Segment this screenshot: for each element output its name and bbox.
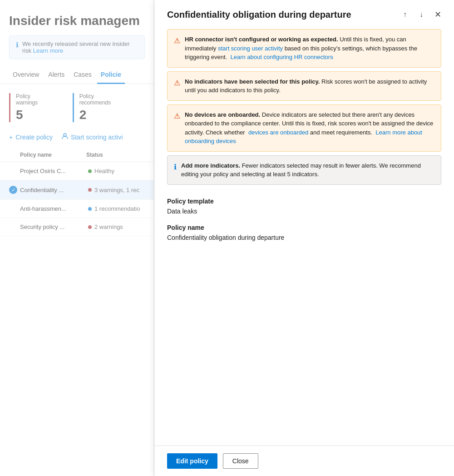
alert-title-3: No devices are onboarded. (185, 111, 260, 118)
row-status-3: 1 recommendatio (88, 205, 145, 212)
action-bar: + Create policy Start scoring activi (0, 129, 154, 148)
policy-name-value: Confidentiality obligation during depart… (167, 234, 441, 241)
stat-recommendations-label: Policy recommends (79, 93, 123, 106)
stats-row: Policy warnings 5 Policy recommends 2 (0, 84, 154, 129)
check-circle-icon: ✓ (9, 186, 17, 194)
create-policy-button[interactable]: + Create policy (9, 133, 53, 141)
column-policy-name: Policy name (9, 152, 86, 158)
policy-template-value: Data leaks (167, 208, 441, 215)
table-row[interactable]: Project Osiris C... Healthy (0, 162, 154, 180)
row-name-3: Anti-harassmen... (20, 205, 88, 212)
stat-policy-recommendations: Policy recommends 2 (73, 93, 134, 122)
info-icon-1: ℹ (174, 162, 177, 173)
start-scoring-button[interactable]: Start scoring activi (62, 133, 123, 141)
status-dot-red (88, 188, 92, 192)
flyout-footer: Edit policy Close (154, 446, 454, 476)
stat-recommendations-value: 2 (79, 108, 123, 122)
flyout-navigation: ↑ ↓ ✕ (398, 7, 445, 22)
info-banner: ℹ We recently released several new insid… (9, 35, 145, 59)
tab-cases[interactable]: Cases (70, 66, 95, 84)
status-text-3: 1 recommendatio (94, 205, 140, 212)
tab-policies[interactable]: Policie (97, 66, 125, 84)
devices-onboarded-link[interactable]: devices are onboarded (248, 129, 308, 136)
alert-no-devices: ⚠ No devices are onboarded. Device indic… (167, 104, 441, 152)
status-text-2: 3 warnings, 1 rec (94, 187, 139, 193)
alert-hr-connector: ⚠ HR connector isn't configured or worki… (167, 29, 441, 68)
edit-policy-button[interactable]: Edit policy (167, 453, 217, 469)
status-dot-blue (88, 207, 92, 211)
alert-title-2: No indicators have been selected for thi… (185, 78, 320, 85)
status-dot-green (88, 169, 92, 173)
row-name-1: Project Osiris C... (20, 168, 88, 174)
warning-icon-3: ⚠ (174, 111, 180, 122)
table-row[interactable]: Anti-harassmen... 1 recommendatio (0, 200, 154, 218)
row-status-4: 2 warnings (88, 223, 145, 230)
row-status-2: 3 warnings, 1 rec (88, 187, 145, 193)
banner-text: We recently released several new insider… (22, 40, 138, 54)
info-icon: ℹ (16, 41, 19, 49)
page-title: Insider risk managem (0, 9, 154, 35)
flyout-title: Confidentiality obligation during depart… (167, 10, 398, 20)
stat-warnings-label: Policy warnings (16, 93, 51, 106)
alert-content-2: No indicators have been selected for thi… (185, 77, 434, 95)
plus-icon: + (9, 134, 13, 141)
flyout-close-button[interactable]: ✕ (430, 7, 445, 22)
left-panel: Insider risk managem ℹ We recently relea… (0, 0, 154, 476)
table-header: Policy name Status (0, 148, 154, 162)
start-scoring-link[interactable]: start scoring user activity (218, 45, 283, 52)
person-icon (62, 133, 68, 141)
status-text-4: 2 warnings (94, 223, 123, 230)
svg-point-0 (64, 134, 66, 136)
nav-tabs: Overview Alerts Cases Policie (0, 66, 154, 84)
close-button[interactable]: Close (223, 453, 258, 469)
divider (167, 188, 441, 198)
status-text-1: Healthy (94, 168, 114, 174)
alert-content-4: Add more indicators. Fewer indicators se… (181, 161, 434, 179)
banner-link[interactable]: Learn more (33, 47, 63, 54)
learn-hr-connectors-link[interactable]: Learn about configuring HR connectors (230, 54, 333, 60)
row-name-2: Confidentiality ... (20, 187, 88, 193)
alert-content-1: HR connector isn't configured or working… (185, 35, 434, 62)
table-row[interactable]: ✓ Confidentiality ... 3 warnings, 1 rec (0, 180, 154, 200)
alert-title-4: Add more indicators. (181, 162, 240, 169)
row-checkbox-2: ✓ (9, 186, 20, 194)
alert-title-1: HR connector isn't configured or working… (185, 36, 338, 43)
status-dot-red-2 (88, 225, 92, 229)
alert-no-indicators: ⚠ No indicators have been selected for t… (167, 71, 441, 101)
stat-policy-warnings: Policy warnings 5 (9, 93, 62, 122)
stat-warnings-value: 5 (16, 108, 51, 122)
policy-template-section: Policy template Data leaks (167, 198, 441, 215)
nav-down-button[interactable]: ↓ (414, 7, 429, 22)
alert-content-3: No devices are onboarded. Device indicat… (185, 110, 434, 146)
warning-icon-1: ⚠ (174, 35, 180, 46)
tab-overview[interactable]: Overview (9, 66, 43, 84)
flyout-header: Confidentiality obligation during depart… (154, 0, 454, 25)
nav-up-button[interactable]: ↑ (398, 7, 412, 22)
warning-icon-2: ⚠ (174, 78, 180, 89)
row-name-4: Security policy ... (20, 223, 88, 230)
table-row[interactable]: Security policy ... 2 warnings (0, 218, 154, 236)
flyout-panel: Confidentiality obligation during depart… (154, 0, 454, 476)
column-status: Status (86, 152, 145, 158)
policy-name-section: Policy name Confidentiality obligation d… (167, 224, 441, 241)
tab-alerts[interactable]: Alerts (44, 66, 68, 84)
alert-add-indicators: ℹ Add more indicators. Fewer indicators … (167, 155, 441, 185)
policy-name-label: Policy name (167, 224, 441, 231)
flyout-body: ⚠ HR connector isn't configured or worki… (154, 25, 454, 446)
row-status-1: Healthy (88, 168, 145, 174)
policy-template-label: Policy template (167, 198, 441, 205)
